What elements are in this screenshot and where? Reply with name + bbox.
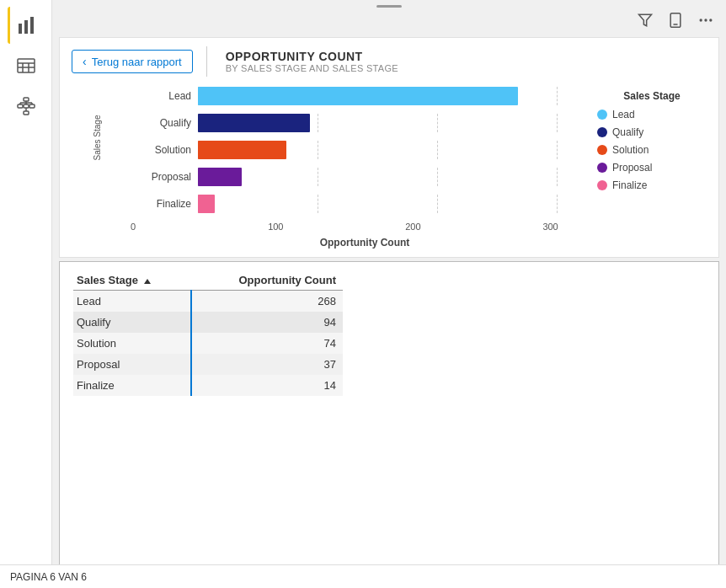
grid-line — [318, 141, 318, 159]
chart-header: ‹ Terug naar rapport OPPORTUNITY COUNT B… — [72, 46, 707, 77]
grid-line — [437, 195, 438, 213]
col-header-stage[interactable]: Sales Stage — [73, 270, 191, 288]
table-cell-count: 37 — [191, 354, 343, 375]
x-tick-label: 0 — [131, 222, 136, 232]
chart-panel: ‹ Terug naar rapport OPPORTUNITY COUNT B… — [59, 37, 719, 258]
back-button[interactable]: ‹ Terug naar rapport — [72, 50, 193, 73]
divider — [206, 46, 207, 77]
legend-item-label: Finalize — [612, 179, 647, 191]
chart-title: OPPORTUNITY COUNT — [226, 50, 398, 63]
svg-rect-12 — [24, 111, 29, 115]
bar-label: Qualify — [141, 117, 191, 129]
bars-container: LeadQualifySolutionProposalFinalize — [141, 87, 580, 213]
bar-track[interactable] — [198, 114, 580, 132]
table-row[interactable]: Proposal37 — [73, 354, 343, 375]
grid-line — [437, 114, 438, 132]
table-header-row: Sales Stage Opportunity Count — [73, 270, 343, 288]
bar-label: Finalize — [141, 198, 191, 210]
back-button-label: Terug naar rapport — [92, 56, 182, 68]
grid-line — [557, 141, 558, 159]
bar-chart-sidebar-icon[interactable] — [8, 7, 45, 44]
table-cell-stage: Proposal — [73, 354, 191, 375]
legend-color-dot — [597, 163, 607, 173]
bar-track[interactable] — [198, 168, 580, 186]
bar-track[interactable] — [198, 141, 580, 159]
table-cell-stage: Lead — [73, 290, 191, 312]
sort-icon — [144, 279, 151, 284]
table-cell-count: 74 — [191, 333, 343, 354]
svg-rect-11 — [29, 104, 35, 108]
table-body: Lead268Qualify94Solution74Proposal37Fina… — [73, 290, 343, 396]
legend-item-label: Proposal — [612, 162, 652, 174]
bar-proposal[interactable] — [198, 168, 242, 186]
legend-item-label: Solution — [612, 144, 649, 156]
bar-label: Solution — [141, 144, 191, 156]
table-cell-stage: Finalize — [73, 375, 191, 396]
legend-color-dot — [597, 180, 607, 190]
legend-item: Finalize — [597, 179, 707, 191]
bar-row: Lead — [141, 87, 580, 105]
sidebar — [0, 0, 52, 588]
bar-row: Qualify — [141, 114, 580, 132]
legend-title: Sales Stage — [597, 90, 707, 102]
grid-line — [437, 141, 438, 159]
table-row[interactable]: Finalize14 — [73, 375, 343, 396]
x-axis-title: Opportunity Count — [141, 237, 589, 249]
grid-line — [318, 168, 318, 186]
table-sidebar-icon[interactable] — [8, 47, 45, 84]
bar-label: Lead — [141, 90, 191, 102]
table-row[interactable]: Qualify94 — [73, 312, 343, 333]
chart-area: Sales Stage LeadQualifySolutionProposalF… — [72, 87, 589, 249]
svg-rect-3 — [18, 59, 35, 72]
bar-lead[interactable] — [198, 87, 518, 105]
bar-finalize[interactable] — [198, 195, 215, 213]
table-row[interactable]: Solution74 — [73, 333, 343, 354]
grid-line — [557, 87, 558, 105]
bar-solution[interactable] — [198, 141, 286, 159]
table-cell-count: 14 — [191, 375, 343, 396]
x-tick-label: 100 — [268, 222, 283, 232]
svg-point-23 — [709, 19, 712, 21]
legend-color-dot — [597, 145, 607, 155]
hierarchy-sidebar-icon[interactable] — [8, 88, 45, 125]
x-tick-label: 300 — [542, 222, 558, 232]
y-axis-label: Sales Stage — [93, 115, 102, 161]
grid-line — [557, 114, 558, 132]
legend: Sales Stage LeadQualifySolutionProposalF… — [597, 87, 707, 249]
bar-track[interactable] — [198, 195, 580, 213]
grid-line — [318, 195, 318, 213]
status-text: PAGINA 6 VAN 6 — [10, 571, 87, 583]
handle-bar — [376, 5, 402, 8]
svg-rect-19 — [670, 13, 681, 28]
phone-icon[interactable] — [664, 8, 687, 32]
svg-rect-10 — [24, 104, 29, 108]
table-cell-stage: Qualify — [73, 312, 191, 333]
chart-title-block: OPPORTUNITY COUNT BY SALES STAGE AND SAL… — [226, 50, 398, 73]
filter-icon[interactable] — [633, 8, 657, 32]
legend-color-dot — [597, 127, 607, 137]
bar-track[interactable] — [198, 87, 580, 105]
svg-point-21 — [700, 19, 702, 21]
table-row[interactable]: Lead268 — [73, 290, 343, 312]
legend-color-dot — [597, 110, 607, 120]
svg-rect-1 — [24, 20, 28, 34]
chart-body: Sales Stage LeadQualifySolutionProposalF… — [72, 87, 707, 249]
more-icon[interactable] — [694, 8, 718, 32]
legend-item: Proposal — [597, 162, 707, 174]
chart-subtitle: BY SALES STAGE AND SALES STAGE — [226, 63, 398, 73]
grid-line — [557, 195, 558, 213]
col-header-count[interactable]: Opportunity Count — [191, 270, 343, 288]
grid-line — [437, 168, 438, 186]
x-tick-label: 200 — [405, 222, 420, 232]
svg-rect-0 — [19, 24, 22, 34]
svg-rect-9 — [18, 104, 23, 108]
table-cell-count: 268 — [191, 290, 343, 312]
legend-item: Solution — [597, 144, 707, 156]
bar-row: Proposal — [141, 168, 580, 186]
legend-items: LeadQualifySolutionProposalFinalize — [597, 109, 707, 191]
svg-point-22 — [704, 19, 707, 21]
legend-item: Qualify — [597, 126, 707, 138]
bar-qualify[interactable] — [198, 114, 310, 132]
chevron-left-icon: ‹ — [83, 55, 87, 68]
data-table: Sales Stage Opportunity Count Lead268Qua… — [73, 270, 343, 396]
